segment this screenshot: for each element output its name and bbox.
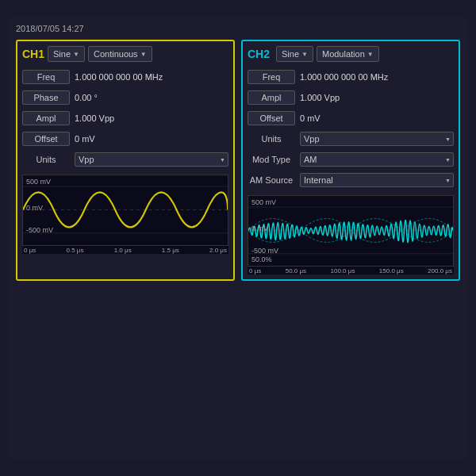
ch1-units-select[interactable]: Vpp Vrms dBm xyxy=(75,152,228,167)
ch1-ampl-row: Ampl 1.000 Vpp xyxy=(22,109,228,127)
ch2-waveform-top-label: 500 mV xyxy=(251,198,276,206)
ch1-units-select-wrapper: Vpp Vrms dBm xyxy=(75,152,228,167)
ch2-amsource-select[interactable]: Internal External xyxy=(300,173,454,187)
ch2-freq-button[interactable]: Freq xyxy=(248,70,295,84)
ch2-units-select-wrapper: Vpp Vrms dBm xyxy=(300,132,454,146)
ch2-time-4: 200.0 μs xyxy=(428,267,452,274)
ch2-ampl-button[interactable]: Ampl xyxy=(248,90,295,105)
ch1-waveform-display: 500 mV 0 mV -500 mV xyxy=(22,175,228,246)
ch1-phase-button[interactable]: Phase xyxy=(22,90,70,105)
ch2-amsource-select-wrapper: Internal External xyxy=(300,173,454,187)
ch2-time-labels: 0 μs 50.0 μs 100.0 μs 150.0 μs 200.0 μs xyxy=(248,267,454,274)
ch2-units-label: Units xyxy=(248,134,295,144)
ch1-freq-row: Freq 1.000 000 000 00 MHz xyxy=(22,68,228,86)
ch1-waveform-select[interactable]: Sine ▼ xyxy=(48,46,85,62)
ch2-waveform-extra-label: 50.0% xyxy=(251,255,272,263)
ch1-freq-value: 1.000 000 000 00 MHz xyxy=(75,72,228,82)
ch1-offset-value: 0 mV xyxy=(75,134,228,144)
ch2-time-0: 0 μs xyxy=(249,267,261,274)
main-container: 2018/07/05 14:27 CH1 Sine ▼ Continuous ▼… xyxy=(8,16,468,460)
ch2-amsource-label: AM Source xyxy=(248,175,295,185)
ch2-freq-row: Freq 1.000 000 000 00 MHz xyxy=(248,68,454,86)
ch2-freq-value: 1.000 000 000 00 MHz xyxy=(300,72,454,82)
ch1-ampl-button[interactable]: Ampl xyxy=(22,111,70,125)
ch2-header: CH2 Sine ▼ Modulation ▼ xyxy=(248,46,454,62)
ch2-modtype-select-wrapper: AM FM PM ASK FSK xyxy=(300,152,454,167)
ch2-offset-value: 0 mV xyxy=(300,113,454,123)
ch2-modtype-row: Mod Type AM FM PM ASK FSK xyxy=(248,151,454,168)
ch2-time-1: 50.0 μs xyxy=(286,267,306,274)
ch2-amsource-row: AM Source Internal External xyxy=(248,171,454,189)
ch2-ampl-row: Ampl 1.000 Vpp xyxy=(248,89,454,106)
ch1-offset-row: Offset 0 mV xyxy=(22,130,228,148)
ch1-waveform-arrow: ▼ xyxy=(73,51,79,58)
ch1-panel: CH1 Sine ▼ Continuous ▼ Freq 1.000 000 0… xyxy=(16,40,235,281)
ch2-mode-arrow: ▼ xyxy=(367,51,374,58)
ch1-mode-select[interactable]: Continuous ▼ xyxy=(88,46,152,62)
ch2-waveform-bot-label: -500 mV xyxy=(251,247,278,255)
ch2-mode-select[interactable]: Modulation ▼ xyxy=(317,46,379,62)
ch2-time-3: 150.0 μs xyxy=(379,267,404,274)
ch2-units-row: Units Vpp Vrms dBm xyxy=(248,130,454,148)
ch2-ampl-value: 1.000 Vpp xyxy=(300,93,454,102)
ch1-units-row: Units Vpp Vrms dBm xyxy=(22,151,228,168)
timestamp: 2018/07/05 14:27 xyxy=(16,24,460,33)
ch2-panel: CH2 Sine ▼ Modulation ▼ Freq 1.000 000 0… xyxy=(241,40,460,281)
ch2-waveform-svg xyxy=(248,196,453,266)
ch2-modtype-select[interactable]: AM FM PM ASK FSK xyxy=(300,152,454,167)
ch1-time-3: 1.5 μs xyxy=(162,247,179,254)
ch1-waveform-mid-label: 0 mV xyxy=(26,204,43,212)
ch1-label: CH1 xyxy=(22,48,44,60)
ch2-modtype-label: Mod Type xyxy=(248,155,295,164)
ch1-mode-arrow: ▼ xyxy=(140,51,147,58)
ch1-header: CH1 Sine ▼ Continuous ▼ xyxy=(22,46,228,62)
ch2-offset-button[interactable]: Offset xyxy=(248,111,295,125)
ch2-waveform-select[interactable]: Sine ▼ xyxy=(276,46,313,62)
ch1-freq-button[interactable]: Freq xyxy=(22,70,70,84)
ch1-time-4: 2.0 μs xyxy=(209,247,227,254)
ch2-waveform-arrow: ▼ xyxy=(301,51,308,58)
ch1-offset-button[interactable]: Offset xyxy=(22,132,70,146)
ch1-time-0: 0 μs xyxy=(24,247,36,254)
ch1-time-2: 1.0 μs xyxy=(114,247,132,254)
ch2-offset-row: Offset 0 mV xyxy=(248,109,454,127)
ch2-waveform-display: 500 mV 0 mV -500 mV 50.0% xyxy=(248,195,454,267)
ch1-phase-row: Phase 0.00 ° xyxy=(22,89,228,106)
ch1-time-1: 0.5 μs xyxy=(67,247,84,254)
ch2-waveform-mid-label: 0 mV xyxy=(251,225,268,232)
ch2-units-select[interactable]: Vpp Vrms dBm xyxy=(300,132,454,146)
ch1-ampl-value: 1.000 Vpp xyxy=(75,113,228,123)
ch1-time-labels: 0 μs 0.5 μs 1.0 μs 1.5 μs 2.0 μs xyxy=(22,246,228,254)
ch1-waveform-bot-label: -500 mV xyxy=(26,226,53,234)
channels-container: CH1 Sine ▼ Continuous ▼ Freq 1.000 000 0… xyxy=(16,40,460,281)
ch1-waveform-svg xyxy=(23,175,228,245)
ch1-waveform-top-label: 500 mV xyxy=(26,178,51,186)
ch1-units-label: Units xyxy=(22,155,70,164)
ch1-phase-value: 0.00 ° xyxy=(75,93,228,102)
ch2-time-2: 100.0 μs xyxy=(331,267,355,274)
ch2-label: CH2 xyxy=(248,48,270,60)
